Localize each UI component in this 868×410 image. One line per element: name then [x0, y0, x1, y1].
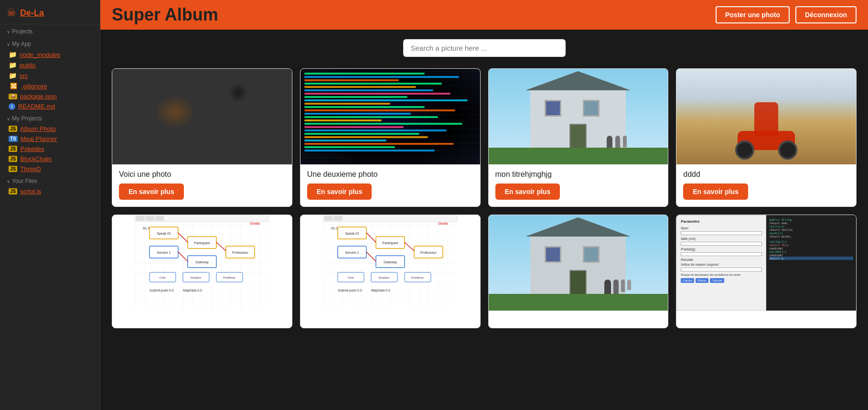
- photo-image-food: [112, 69, 292, 164]
- sidebar: ☠ De-La ∨ Projects ∨ My App 📁 node_modul…: [0, 0, 100, 410]
- sidebar-section-projects[interactable]: ∨ Projects: [0, 24, 100, 37]
- photo-image-house: [489, 69, 668, 164]
- photo-card-body: [676, 311, 856, 328]
- photo-card-title: Une deuxieme photo: [307, 170, 473, 179]
- header-buttons: Poster une photo Déconnexion: [716, 6, 857, 23]
- folder-icon: 📁: [9, 61, 17, 69]
- sidebar-section-label: My App: [12, 41, 31, 47]
- sidebar-item-album-photo[interactable]: JS Album Photo: [0, 124, 100, 134]
- folder-icon: 📁: [9, 51, 17, 58]
- sidebar-item-label: script.js: [20, 188, 41, 195]
- svg-text:Chat: Chat: [347, 276, 354, 279]
- photo-card-body: Une deuxieme photo En savoir plus: [300, 164, 480, 206]
- photo-card-body: Voici une photo En savoir plus: [112, 164, 292, 206]
- photo-card-body: [300, 311, 480, 328]
- svg-text:Gateway: Gateway: [195, 260, 209, 264]
- svg-text:Problème: Problème: [411, 276, 424, 279]
- svg-text:Etudiant: Etudiant: [191, 276, 201, 279]
- sidebar-item-label: src: [20, 72, 28, 79]
- photo-image-diagram2: Speak IO Service 1 Participant Gateway P…: [300, 215, 480, 311]
- photo-card-title: Voici une photo: [119, 170, 285, 179]
- sidebar-item-scriptjs[interactable]: JS script.js: [0, 186, 100, 196]
- photo-grid: Voici une photo En savoir plus: [112, 68, 857, 328]
- skull-icon: ☠: [7, 7, 16, 19]
- sidebar-section-yourfiles[interactable]: ∨ Your Files: [0, 174, 100, 186]
- chevron-icon: ∨: [7, 42, 10, 47]
- svg-rect-4: [155, 216, 164, 221]
- photo-card-title: dddd: [683, 170, 849, 179]
- photo-card-body: [112, 311, 292, 328]
- sidebar-section-label: My Projects: [12, 115, 42, 122]
- post-photo-button[interactable]: Poster une photo: [716, 6, 790, 23]
- svg-rect-2: [136, 216, 145, 221]
- sidebar-item-label: public: [20, 62, 36, 69]
- chevron-icon: ∨: [7, 179, 10, 184]
- photo-card: Speak IO Service 1 Participant Gateway P…: [112, 215, 292, 328]
- sidebar-item-threed[interactable]: JS ThreeD: [0, 164, 100, 174]
- photo-image-bmi: Paramètre Nom: taille (cm): Poids(kg): R…: [676, 215, 856, 311]
- sidebar-item-label: BlockChain: [20, 155, 52, 162]
- photo-card-body: mon titrehjmghjg En savoir plus: [489, 164, 668, 206]
- pkg-icon: 📦: [9, 94, 17, 99]
- logout-button[interactable]: Déconnexion: [795, 6, 857, 23]
- sidebar-item-src[interactable]: 📁 src: [0, 70, 100, 81]
- sidebar-item-label: Album Photo: [20, 125, 55, 132]
- svg-text:Service 1: Service 1: [157, 251, 171, 254]
- svg-text:Goats: Goats: [250, 221, 260, 226]
- sidebar-item-public[interactable]: 📁 public: [0, 60, 100, 70]
- svg-text:Gateway: Gateway: [384, 260, 397, 264]
- photo-card: mon titrehjmghjg En savoir plus: [488, 68, 669, 207]
- sidebar-logo[interactable]: ☠ De-La: [0, 0, 100, 24]
- sidebar-item-label: package.json: [20, 93, 57, 100]
- sidebar-item-node-modules[interactable]: 📁 node_modules: [0, 49, 100, 60]
- content-area: Voici une photo En savoir plus: [100, 30, 868, 410]
- photo-card: Une deuxieme photo En savoir plus: [300, 68, 481, 207]
- folder-icon: 📁: [9, 72, 17, 79]
- search-input[interactable]: [403, 39, 566, 57]
- photo-card: Voici une photo En savoir plus: [112, 68, 292, 207]
- logo-text[interactable]: De-La: [20, 8, 44, 18]
- svg-text:Etudiant: Etudiant: [379, 276, 389, 279]
- sidebar-section-myapp[interactable]: ∨ My App: [0, 37, 100, 49]
- sidebar-item-pokedex[interactable]: JS Pokedex: [0, 144, 100, 154]
- sidebar-item-gitignore[interactable]: 🔀 .gitignore: [0, 81, 100, 91]
- learn-more-button[interactable]: En savoir plus: [307, 183, 372, 200]
- learn-more-button[interactable]: En savoir plus: [683, 183, 748, 200]
- header: Super Album Poster une photo Déconnexion: [100, 0, 868, 30]
- photo-image-code: [300, 69, 480, 164]
- git-icon: 🔀: [9, 82, 19, 90]
- sidebar-item-packagejson[interactable]: 📦 package.json: [0, 91, 100, 101]
- svg-rect-31: [334, 216, 343, 221]
- sidebar-item-label: README.md: [18, 103, 55, 110]
- photo-card-body: [489, 311, 668, 328]
- svg-text:Service 1: Service 1: [345, 251, 359, 254]
- sidebar-item-meal-planner[interactable]: TS Meal Planner: [0, 134, 100, 144]
- sidebar-item-blockchain[interactable]: JS BlockChain: [0, 154, 100, 164]
- svg-text:Submit-push  0.0: Submit-push 0.0: [338, 289, 362, 292]
- sidebar-section-myprojects[interactable]: ∨ My Projects: [0, 111, 100, 124]
- svg-text:Participant: Participant: [382, 241, 398, 245]
- svg-text:Participant: Participant: [194, 241, 210, 245]
- svg-text:Goats: Goats: [438, 221, 448, 226]
- ts-icon: TS: [9, 136, 18, 142]
- photo-card-body: dddd En savoir plus: [676, 164, 856, 206]
- photo-card: dddd En savoir plus: [676, 68, 857, 207]
- learn-more-button[interactable]: En savoir plus: [495, 183, 560, 200]
- svg-text:3iL2: 3iL2: [331, 226, 338, 230]
- svg-text:MapData  0.0: MapData 0.0: [183, 289, 202, 292]
- svg-text:Problème: Problème: [223, 276, 236, 279]
- svg-text:Speak IO: Speak IO: [157, 232, 171, 236]
- sidebar-item-readme[interactable]: i README.md: [0, 101, 100, 111]
- code-lines-overlay: [300, 69, 480, 164]
- svg-text:Professeur: Professeur: [232, 251, 249, 254]
- chevron-icon: ∨: [7, 29, 10, 34]
- svg-text:Speak IO: Speak IO: [345, 232, 359, 236]
- js-icon: JS: [9, 156, 17, 162]
- js-icon: JS: [9, 166, 17, 172]
- svg-text:Professeur: Professeur: [420, 251, 437, 254]
- svg-text:Chat: Chat: [160, 276, 166, 279]
- learn-more-button[interactable]: En savoir plus: [119, 183, 184, 200]
- sidebar-item-label: ThreeD: [20, 165, 41, 173]
- sidebar-item-label: Meal Planner: [21, 135, 57, 142]
- svg-rect-3: [146, 216, 154, 221]
